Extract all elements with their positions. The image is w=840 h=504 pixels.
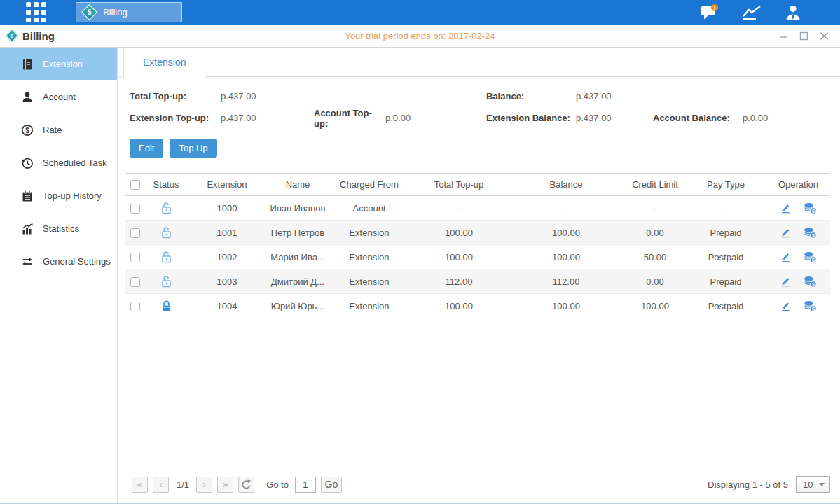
- edit-row-icon[interactable]: [780, 300, 791, 312]
- topbar-right: !: [701, 4, 802, 22]
- minimize-icon[interactable]: [779, 31, 788, 41]
- topup-row-icon[interactable]: $: [804, 300, 817, 312]
- next-page-button[interactable]: ›: [196, 477, 212, 493]
- sidebar: Extension Account $ Rate: [0, 48, 118, 503]
- topup-row-icon[interactable]: $: [804, 276, 817, 288]
- account-icon: [21, 91, 34, 104]
- balance-value: p.437.00: [576, 91, 653, 102]
- page-indicator: 1/1: [177, 479, 189, 490]
- window-title-text: Billing: [22, 30, 55, 42]
- goto-page-input[interactable]: [295, 477, 316, 493]
- col-balance: Balance: [507, 174, 625, 196]
- table-row: 1001Петр ПетровExtension100.00100.000.00…: [125, 220, 830, 245]
- cell-charged-from: Extension: [328, 270, 411, 294]
- edit-row-icon[interactable]: [780, 202, 791, 214]
- extension-table: Status Extension Name Charged From Total…: [125, 173, 830, 318]
- select-all-checkbox[interactable]: [130, 180, 140, 190]
- cell-credit-limit: 50.00: [625, 245, 685, 270]
- cell-balance: 100.00: [507, 220, 625, 245]
- balance-label: Balance:: [486, 91, 576, 102]
- row-checkbox[interactable]: [130, 302, 140, 312]
- top-up-button[interactable]: Top Up: [170, 139, 216, 158]
- unlocked-icon: [160, 226, 172, 239]
- svg-text:$: $: [812, 306, 815, 312]
- col-credit-limit: Credit Limit: [625, 174, 685, 196]
- cell-balance: -: [507, 196, 625, 220]
- main-content: Extension Total Top-up: p.437.00 Extensi…: [118, 48, 840, 503]
- cell-charged-from: Extension: [328, 294, 411, 318]
- tab-extension[interactable]: Extension: [123, 48, 205, 77]
- topup-history-icon: [21, 190, 34, 202]
- topup-row-icon[interactable]: $: [804, 227, 817, 239]
- cell-balance: 112.00: [507, 270, 625, 294]
- svg-text:$: $: [25, 126, 29, 134]
- maximize-icon[interactable]: [799, 31, 808, 41]
- apps-grid-icon[interactable]: [26, 2, 46, 22]
- col-name: Name: [268, 174, 328, 196]
- user-icon[interactable]: [784, 4, 802, 22]
- extension-topup-label: Extension Top-up:: [130, 113, 221, 123]
- sidebar-item-rate[interactable]: $ Rate: [0, 113, 117, 146]
- window-title: $ Billing: [7, 30, 55, 42]
- topup-row-icon[interactable]: $: [804, 251, 817, 263]
- cell-credit-limit: 0.00: [625, 220, 685, 245]
- svg-text:$: $: [812, 208, 815, 214]
- cell-extension: 1001: [186, 220, 268, 245]
- cell-pay-type: Postpaid: [685, 245, 766, 270]
- close-icon[interactable]: [820, 31, 829, 41]
- cell-extension: 1004: [186, 294, 268, 318]
- first-page-button[interactable]: «: [132, 477, 148, 493]
- statistics-icon: [21, 223, 34, 235]
- sidebar-item-scheduled-task[interactable]: Scheduled Task: [0, 146, 117, 179]
- edit-row-icon[interactable]: [780, 276, 791, 287]
- sidebar-item-account[interactable]: Account: [0, 80, 117, 113]
- cell-charged-from: Extension: [328, 220, 411, 245]
- cell-pay-type: Prepaid: [685, 220, 766, 245]
- cell-total-topup: -: [411, 196, 507, 220]
- topup-row-icon[interactable]: $: [804, 202, 817, 214]
- sidebar-item-general-settings[interactable]: General Settings: [0, 245, 117, 278]
- row-checkbox[interactable]: [130, 204, 140, 214]
- sidebar-item-extension[interactable]: Extension: [0, 48, 117, 80]
- messages-icon[interactable]: !: [701, 4, 719, 21]
- cell-total-topup: 100.00: [411, 245, 507, 270]
- sidebar-item-topup-history[interactable]: Top-up History: [0, 179, 117, 212]
- billing-window-icon: $: [5, 29, 19, 43]
- row-checkbox[interactable]: [130, 277, 140, 287]
- pagination-bar: « ‹ 1/1 › » Go to Go Displaying 1 - 5 of…: [118, 470, 840, 498]
- table-row: 1004Юрий Юрь...Extension100.00100.00100.…: [125, 294, 830, 318]
- total-topup-value: p.437.00: [221, 91, 314, 102]
- go-button[interactable]: Go: [321, 477, 342, 493]
- billing-app-icon: $: [81, 4, 97, 20]
- col-charged-from: Charged From: [328, 174, 411, 196]
- edit-row-icon[interactable]: [780, 251, 791, 262]
- extension-topup-value: p.437.00: [221, 113, 314, 123]
- row-checkbox[interactable]: [130, 253, 140, 262]
- topbar-tab-label: Billing: [103, 7, 128, 18]
- topbar-tab-billing[interactable]: $ Billing: [76, 2, 182, 22]
- col-operation: Operation: [766, 174, 830, 196]
- last-page-button[interactable]: »: [217, 477, 233, 493]
- page-size-value: 10: [803, 479, 813, 490]
- reports-icon[interactable]: [742, 5, 762, 20]
- cell-name: Юрий Юрь...: [268, 294, 328, 318]
- sidebar-item-statistics[interactable]: Statistics: [0, 212, 117, 245]
- titlebar: Your trial period ends on: 2017-02-24 $ …: [0, 24, 840, 48]
- prev-page-button[interactable]: ‹: [153, 477, 169, 493]
- page-size-select[interactable]: 10: [796, 476, 830, 493]
- refresh-button[interactable]: [238, 477, 254, 493]
- sidebar-item-label: Scheduled Task: [43, 158, 107, 168]
- billing-summary: Total Top-up: p.437.00 Extension Top-up:…: [118, 77, 840, 129]
- sidebar-item-label: Rate: [43, 125, 62, 135]
- extension-table-body: 1000Иван ИвановAccount----$1001Петр Петр…: [125, 196, 830, 318]
- svg-text:$: $: [812, 257, 815, 262]
- edit-row-icon[interactable]: [780, 227, 791, 238]
- cell-pay-type: Postpaid: [685, 294, 766, 318]
- edit-button[interactable]: Edit: [130, 139, 163, 158]
- col-total-topup: Total Top-up: [411, 174, 507, 196]
- cell-name: Петр Петров: [268, 220, 328, 245]
- chevron-down-icon: [819, 483, 825, 486]
- row-checkbox[interactable]: [130, 228, 140, 238]
- cell-pay-type: -: [685, 196, 766, 220]
- locked-icon: [160, 300, 172, 312]
